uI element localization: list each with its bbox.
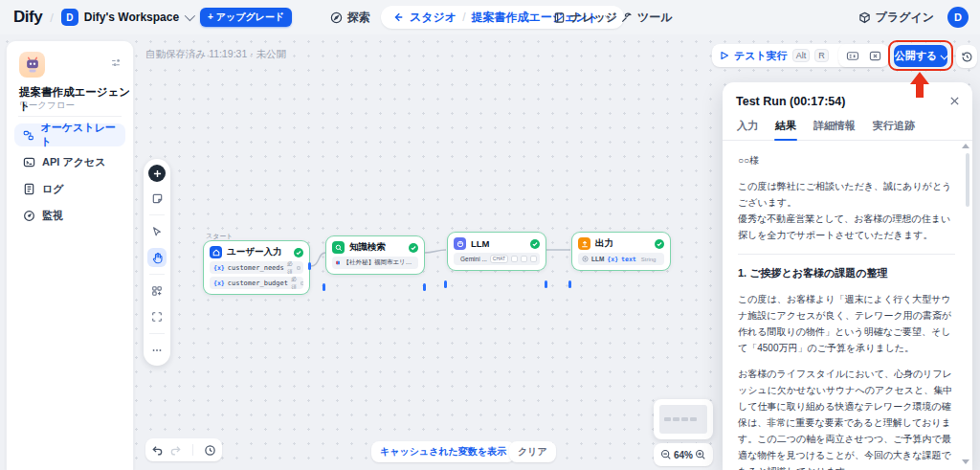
- divider: [738, 254, 955, 255]
- upgrade-button[interactable]: + アップグレード: [200, 8, 292, 27]
- undo-redo-toolbar: [145, 438, 222, 461]
- api-terminal-icon: [23, 156, 35, 168]
- tab-input[interactable]: 入力: [736, 117, 759, 140]
- layout-toggle-icon: [110, 57, 122, 69]
- minimap[interactable]: [654, 399, 713, 439]
- pointer-mode-button[interactable]: [147, 222, 167, 241]
- minimap-viewport: [659, 405, 707, 434]
- hand-mode-button[interactable]: [147, 248, 167, 267]
- workspace-name: Dify's Workspace: [84, 11, 179, 24]
- scroll-up-arrow[interactable]: [962, 144, 969, 148]
- test-run-button[interactable]: テスト実行: [734, 49, 788, 63]
- panel-tabs: 入力 結果 詳細情報 実行追跡: [723, 117, 972, 141]
- workspace-selector[interactable]: D Dify's Workspace: [61, 9, 192, 26]
- input-handle[interactable]: [568, 280, 571, 288]
- tab-tracing[interactable]: 実行追跡: [872, 117, 916, 140]
- output-handle[interactable]: [545, 280, 547, 288]
- variable-inspect-icon[interactable]: [869, 50, 881, 62]
- knowledge-link[interactable]: ナレッジ: [553, 0, 617, 34]
- scrollbar-thumb[interactable]: [966, 153, 969, 207]
- variables-toolbar: [838, 44, 889, 67]
- organize-nodes-button[interactable]: [147, 281, 167, 301]
- top-header: Dify / D Dify's Workspace + アップグレード 探索 ス…: [0, 0, 980, 34]
- orchestrate-icon: [23, 129, 34, 142]
- node-output[interactable]: 出力 LLM {x} text String: [571, 232, 671, 271]
- divider: /: [462, 11, 465, 24]
- divider: [192, 444, 193, 456]
- success-icon: [655, 239, 664, 249]
- show-cached-vars-button[interactable]: キャッシュされた変数を表示: [371, 441, 515, 462]
- back-arrow-icon[interactable]: [392, 11, 404, 23]
- plugin-icon: [858, 11, 871, 24]
- node-title: LLM: [471, 238, 490, 249]
- sidebar-item-orchestrate[interactable]: オーケストレート: [14, 123, 125, 146]
- clear-button[interactable]: クリア: [509, 441, 556, 462]
- text-type-icon: [297, 265, 301, 271]
- tools-link[interactable]: ツール: [620, 0, 673, 34]
- history-clock-icon[interactable]: [204, 444, 216, 457]
- node-knowledge-retrieval[interactable]: 知識検索 【社外秘】福岡市エリア・特選おすす...: [325, 235, 425, 275]
- plugins-link[interactable]: プラグイン: [858, 0, 934, 34]
- node-title: 知識検索: [349, 241, 386, 254]
- sidebar-item-monitoring[interactable]: 監視: [14, 204, 125, 227]
- capability-icon: [511, 256, 518, 262]
- chevron-down-icon: [185, 11, 195, 21]
- add-node-button[interactable]: [148, 165, 166, 182]
- more-options-button[interactable]: [147, 341, 167, 360]
- sidebar-item-api-access[interactable]: API アクセス: [14, 150, 125, 173]
- env-variables-icon[interactable]: [846, 50, 859, 62]
- output-variable-row: LLM {x} text String: [578, 253, 664, 265]
- close-button[interactable]: [947, 93, 962, 108]
- output-handle[interactable]: [308, 262, 311, 270]
- app-type-label: ワークフロー: [19, 100, 75, 112]
- divider: [149, 214, 165, 215]
- knowledge-node-icon: [332, 241, 345, 254]
- hammer-icon: [620, 11, 633, 24]
- user-avatar[interactable]: D: [947, 7, 969, 28]
- studio-link[interactable]: スタジオ: [410, 10, 457, 26]
- tab-result[interactable]: 結果: [774, 117, 797, 140]
- tab-detail[interactable]: 詳細情報: [813, 117, 857, 140]
- divider: [149, 333, 165, 334]
- intro-paragraph: この度は弊社にご相談いただき、誠にありがとうございます。 優秀な不動産営業として…: [738, 178, 955, 243]
- output-node-icon: [578, 237, 590, 250]
- undo-icon[interactable]: [151, 444, 164, 457]
- shortcut-r: R: [814, 49, 829, 62]
- chat-mode-badge: CHAT: [490, 255, 508, 263]
- zoom-controls: 64%: [654, 443, 713, 466]
- input-variable-row: {x} customer_needs 必須: [210, 261, 303, 274]
- zoom-level[interactable]: 64%: [674, 450, 693, 460]
- publish-button[interactable]: 公開する: [894, 45, 947, 67]
- add-note-button[interactable]: [147, 189, 167, 208]
- canvas-tool-palette: [144, 159, 170, 366]
- zoom-out-icon[interactable]: [660, 449, 672, 460]
- greeting-line: ○○様: [738, 152, 955, 168]
- app-sidebar: 提案書作成エージェント ワークフロー オーケストレート API アクセス ログ …: [6, 40, 134, 470]
- dify-logo: Dify: [13, 8, 42, 27]
- node-user-input[interactable]: ユーザー入力 {x} customer_needs 必須 {x} custome…: [203, 240, 310, 295]
- layout-blocks-icon: [151, 285, 163, 297]
- ellipsis-icon: [151, 345, 163, 356]
- close-icon: [949, 96, 960, 106]
- output-handle[interactable]: [423, 283, 426, 291]
- redo-icon[interactable]: [169, 444, 182, 457]
- explore-link[interactable]: 探索: [330, 0, 370, 34]
- zoom-in-icon[interactable]: [695, 449, 706, 460]
- input-handle[interactable]: [444, 280, 447, 288]
- test-run-panel: Test Run (00:17:54) 入力 結果 詳細情報 実行追跡 ○○様 …: [723, 82, 972, 470]
- scroll-down-arrow[interactable]: [962, 459, 969, 464]
- input-handle[interactable]: [323, 283, 325, 291]
- version-history-button[interactable]: [956, 45, 977, 68]
- text-type-icon: [301, 280, 303, 286]
- log-document-icon: [23, 183, 35, 195]
- dify-workflow-app: Dify / D Dify's Workspace + アップグレード 探索 ス…: [0, 0, 980, 470]
- divider: [149, 274, 165, 275]
- divider: [18, 116, 122, 117]
- fit-view-icon: [151, 311, 163, 323]
- llm-node-icon: [454, 237, 466, 250]
- section-heading: 1. ご挨拶とお客様の課題の整理: [738, 265, 955, 281]
- sidebar-item-logs[interactable]: ログ: [14, 177, 125, 200]
- fit-view-button[interactable]: [147, 307, 167, 326]
- node-llm[interactable]: LLM Gemini ... CHAT: [447, 232, 546, 271]
- sidebar-toggle-button[interactable]: [110, 56, 122, 73]
